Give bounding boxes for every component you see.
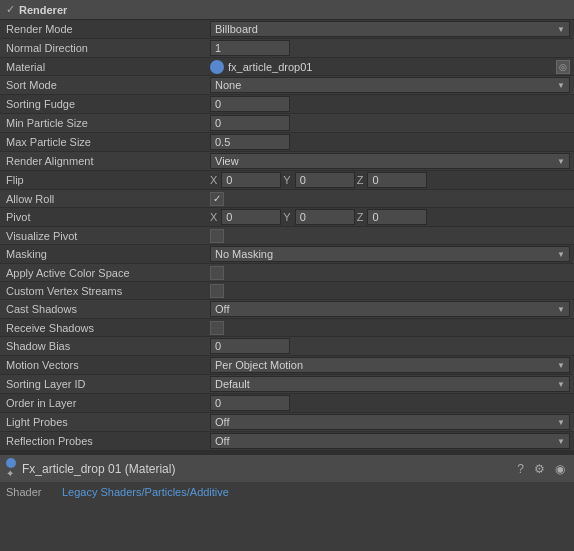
checkbox-custom-vertex-streams[interactable] [210, 284, 224, 298]
input-max-particle-size[interactable] [210, 134, 290, 150]
settings-icon[interactable]: ⚙ [531, 461, 548, 477]
chevron-down-icon: ▼ [557, 25, 565, 34]
label-sort-mode: Sort Mode [0, 79, 210, 91]
help-icon[interactable]: ? [514, 461, 527, 477]
value-render-alignment: View ▼ [210, 153, 574, 169]
label-allow-roll: Allow Roll [0, 193, 210, 205]
shader-row: Shader Legacy Shaders/Particles/Additive [0, 484, 574, 500]
value-sorting-layer-id: Default ▼ [210, 376, 574, 392]
input-pivot-y[interactable] [295, 209, 355, 225]
input-flip-y[interactable] [295, 172, 355, 188]
chevron-down-icon: ▼ [557, 250, 565, 259]
row-sorting-layer-id: Sorting Layer ID Default ▼ [0, 375, 574, 394]
material-pick-button[interactable]: ◎ [556, 60, 570, 74]
row-allow-roll: Allow Roll [0, 190, 574, 208]
checkbox-visualize-pivot[interactable] [210, 229, 224, 243]
material-sphere-icon [210, 60, 224, 74]
value-visualize-pivot [210, 229, 574, 243]
value-receive-shadows [210, 321, 574, 335]
row-order-in-layer: Order in Layer [0, 394, 574, 413]
material-header-icons: ✦ [6, 458, 16, 479]
row-reflection-probes: Reflection Probes Off ▼ [0, 432, 574, 451]
label-cast-shadows: Cast Shadows [0, 303, 210, 315]
flip-z-label: Z [357, 174, 364, 186]
dropdown-reflection-probes[interactable]: Off ▼ [210, 433, 570, 449]
label-render-mode: Render Mode [0, 23, 210, 35]
row-sorting-fudge: Sorting Fudge [0, 95, 574, 114]
row-custom-vertex-streams: Custom Vertex Streams [0, 282, 574, 300]
row-flip: Flip X Y Z [0, 171, 574, 190]
shader-label: Shader [6, 486, 56, 498]
input-flip-z[interactable] [367, 172, 427, 188]
material-title: Fx_article_drop 01 (Material) [22, 462, 508, 476]
dropdown-render-alignment[interactable]: View ▼ [210, 153, 570, 169]
input-normal-direction[interactable] [210, 40, 290, 56]
dropdown-masking[interactable]: No Masking ▼ [210, 246, 570, 262]
label-visualize-pivot: Visualize Pivot [0, 230, 210, 242]
checkbox-apply-active-color-space[interactable] [210, 266, 224, 280]
input-order-in-layer[interactable] [210, 395, 290, 411]
value-normal-direction [210, 40, 574, 56]
value-motion-vectors: Per Object Motion ▼ [210, 357, 574, 373]
value-allow-roll [210, 192, 574, 206]
checkbox-allow-roll[interactable] [210, 192, 224, 206]
shader-link[interactable]: Legacy Shaders/Particles/Additive [62, 486, 229, 498]
input-sorting-fudge[interactable] [210, 96, 290, 112]
select-icon[interactable]: ◉ [552, 461, 568, 477]
label-masking: Masking [0, 248, 210, 260]
row-cast-shadows: Cast Shadows Off ▼ [0, 300, 574, 319]
flip-x-label: X [210, 174, 217, 186]
bottom-right-icons: ? ⚙ ◉ [514, 461, 568, 477]
label-sorting-layer-id: Sorting Layer ID [0, 378, 210, 390]
chevron-down-icon: ▼ [557, 418, 565, 427]
material-star-icon: ✦ [6, 469, 16, 479]
row-render-alignment: Render Alignment View ▼ [0, 152, 574, 171]
value-min-particle-size [210, 115, 574, 131]
value-pivot: X Y Z [210, 209, 574, 225]
chevron-down-icon: ▼ [557, 361, 565, 370]
input-pivot-x[interactable] [221, 209, 281, 225]
row-normal-direction: Normal Direction [0, 39, 574, 58]
value-custom-vertex-streams [210, 284, 574, 298]
input-flip-x[interactable] [221, 172, 281, 188]
dropdown-sort-mode[interactable]: None ▼ [210, 77, 570, 93]
dropdown-light-probes[interactable]: Off ▼ [210, 414, 570, 430]
section-title: Renderer [19, 4, 67, 16]
input-shadow-bias[interactable] [210, 338, 290, 354]
dropdown-cast-shadows[interactable]: Off ▼ [210, 301, 570, 317]
label-min-particle-size: Min Particle Size [0, 117, 210, 129]
renderer-panel: ✓ Renderer Render Mode Billboard ▼ Norma… [0, 0, 574, 500]
row-visualize-pivot: Visualize Pivot [0, 227, 574, 245]
value-shadow-bias [210, 338, 574, 354]
flip-y-label: Y [283, 174, 290, 186]
chevron-down-icon: ▼ [557, 380, 565, 389]
value-material: fx_article_drop01 ◎ [210, 60, 574, 74]
row-pivot: Pivot X Y Z [0, 208, 574, 227]
label-light-probes: Light Probes [0, 416, 210, 428]
label-motion-vectors: Motion Vectors [0, 359, 210, 371]
value-sort-mode: None ▼ [210, 77, 574, 93]
value-order-in-layer [210, 395, 574, 411]
row-material: Material fx_article_drop01 ◎ [0, 58, 574, 76]
row-max-particle-size: Max Particle Size [0, 133, 574, 152]
label-max-particle-size: Max Particle Size [0, 136, 210, 148]
checkbox-receive-shadows[interactable] [210, 321, 224, 335]
label-render-alignment: Render Alignment [0, 155, 210, 167]
material-dot-icon [6, 458, 16, 468]
input-min-particle-size[interactable] [210, 115, 290, 131]
chevron-down-icon: ▼ [557, 437, 565, 446]
pivot-z-label: Z [357, 211, 364, 223]
dropdown-motion-vectors[interactable]: Per Object Motion ▼ [210, 357, 570, 373]
chevron-down-icon: ▼ [557, 81, 565, 90]
dropdown-render-mode[interactable]: Billboard ▼ [210, 21, 570, 37]
value-apply-active-color-space [210, 266, 574, 280]
dropdown-sorting-layer-id[interactable]: Default ▼ [210, 376, 570, 392]
value-light-probes: Off ▼ [210, 414, 574, 430]
material-header: ✦ Fx_article_drop 01 (Material) ? ⚙ ◉ [0, 455, 574, 482]
row-masking: Masking No Masking ▼ [0, 245, 574, 264]
value-masking: No Masking ▼ [210, 246, 574, 262]
input-pivot-z[interactable] [367, 209, 427, 225]
section-check-icon: ✓ [6, 3, 15, 16]
value-reflection-probes: Off ▼ [210, 433, 574, 449]
label-pivot: Pivot [0, 211, 210, 223]
